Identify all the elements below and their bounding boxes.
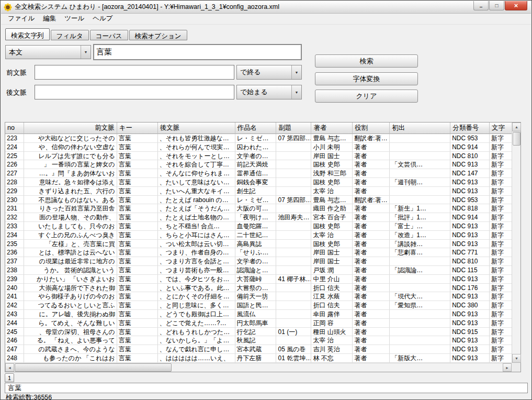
table-row[interactable]: 236とは、標準語とは云へない言葉、つまり、作者自身の…「せりふ…岸田 国士著者… <box>5 248 512 257</box>
table-cell: 宮本 百合子 <box>311 213 353 222</box>
table-cell: 著者 <box>353 301 390 310</box>
table-cell: 新字 <box>490 143 512 152</box>
table-cell: 言葉 <box>117 213 158 222</box>
table-row[interactable]: 243に。アレ嘘、後先揃わぬ御言葉、どうでも殿御は口上…風流仏幸田 露伴著者ND… <box>5 310 512 319</box>
scroll-down-button[interactable]: ▼ <box>512 354 521 363</box>
table-row[interactable]: 231りきった百姓言葉乃至田舎言葉、たとえば「そうだん…大阪の可…織田 作之助著… <box>5 204 512 213</box>
vertical-scroll-thumb[interactable] <box>513 132 520 146</box>
table-row[interactable]: 247の武蔵さまへ、今のような言葉、なんで戯れ言に申し…宮本武蔵05 風の巻吉川… <box>5 345 512 354</box>
table-cell: 著者 <box>353 152 390 161</box>
column-header-5[interactable]: 副題 <box>276 123 311 134</box>
table-cell: NDC 810 <box>450 152 490 161</box>
table-cell <box>276 292 311 301</box>
table-row[interactable]: 242つてゐるおいとしいと言ふ言葉、と同じ意味に、多く…国語と民…折口 信夫著者… <box>5 301 512 310</box>
column-header-10[interactable]: 文字 <box>490 123 512 134</box>
selected-key-field[interactable] <box>5 383 528 393</box>
table-row[interactable]: 230不思議なものはない。ある言葉、たとえば rabouin の…レ・ミゼ…07… <box>5 196 512 205</box>
search-target-combobox[interactable]: 本文 ▼ <box>5 45 91 59</box>
table-row[interactable]: 229きずり込まれた五、六行の言葉、たいへん重大なキイ…創生記太宰 治著者NDC… <box>5 187 512 196</box>
table-row[interactable]: 240大崇高な場所で下された御言葉、といふ事である。此…大嘗祭の…折口 信夫著者… <box>5 284 512 293</box>
tab-search-string[interactable]: 検索文字列 <box>5 28 50 40</box>
table-cell: 言葉 <box>117 319 158 328</box>
table-row[interactable]: 234すぐ上の兄のふんべつ臭き言葉、ちらと小耳にはさん…二十世紀…太宰 治著者「… <box>5 231 512 240</box>
table-cell: NDC 913 <box>450 275 490 284</box>
table-cell: うか。 芸術的認識という <box>24 266 117 275</box>
minimize-button[interactable]: – <box>473 1 489 10</box>
table-cell: 244 <box>5 319 24 328</box>
horizontal-scrollbar[interactable]: ◄ ► <box>5 363 512 372</box>
query-input[interactable] <box>93 44 302 60</box>
prev-context-mode-combobox[interactable]: で終る ▼ <box>236 65 302 80</box>
scroll-up-button[interactable]: ▲ <box>512 123 521 131</box>
table-cell: 折口 信夫 <box>311 301 353 310</box>
title-bar[interactable]: 全文検索システム ひまわり - [aozora_20140401] - Y:¥H… <box>1 1 531 14</box>
table-cell: 言葉 <box>117 345 158 354</box>
table-cell: 、ないかしら。」「よ… <box>158 336 235 345</box>
table-cell: レ・ミゼ… <box>235 196 277 205</box>
column-header-0[interactable]: no <box>5 123 24 134</box>
result-page-tab[interactable]: 1 <box>5 373 14 382</box>
table-cell: 、たとえば rabouin の… <box>158 196 235 205</box>
table-cell: 著者 <box>353 213 390 222</box>
maximize-button[interactable]: □ <box>489 1 504 10</box>
table-row[interactable]: 235「左様」と、売言葉に買言葉、つい松太郎は云い切…高島異誌国枝 史郎著者「講… <box>5 240 512 249</box>
next-context-mode-combobox[interactable]: で始まる ▼ <box>236 85 302 99</box>
prev-context-input[interactable] <box>35 65 234 80</box>
column-header-6[interactable]: 著者 <box>311 123 353 134</box>
column-header-2[interactable]: キー <box>117 123 158 134</box>
table-row[interactable]: 227…。』問『まあ勿体ないお言葉、そんなに仰せられま…霊界通信…浅野 和三郎著… <box>5 169 512 178</box>
glyph-convert-button[interactable]: 字体変換 <box>315 72 418 85</box>
column-header-8[interactable]: 初出 <box>390 123 450 134</box>
scroll-right-button[interactable]: ► <box>503 363 512 372</box>
next-context-input[interactable] <box>35 85 234 99</box>
tab-filter[interactable]: フィルタ <box>51 30 89 40</box>
scroll-left-button[interactable]: ◄ <box>5 363 14 372</box>
table-row[interactable]: 233いたしましても、只今のお言葉、ちと不穏当! 合点…血曼陀羅…国枝 史郎著者… <box>5 222 512 231</box>
table-row[interactable]: 232面の登場人物、その動作、言葉、たとえば土地名物の…「夜明け…池田寿夫…宮本… <box>5 213 512 222</box>
table-row[interactable]: 238うか。 芸術的認識という言葉、つまり芸術も亦一般…認識論と…戸坂 潤著者「… <box>5 266 512 275</box>
table-cell: 著者 <box>353 257 390 266</box>
table-row[interactable]: 237の現業は最近非常に地方の言葉、つまり方言を会話と…文学者の…岸田 国士著者… <box>5 257 512 266</box>
table-row[interactable]: 245、母堂の深切、祖母さんの言葉、どれもうれしかつた…行乞記01 (一)種田 … <box>5 328 512 337</box>
table-row[interactable]: 223や大砲などに交じったその言葉、それも皆勇壮激越な…レ・ミゼ…07 第四部…… <box>5 134 512 143</box>
table-cell: 浅野 和三郎 <box>311 169 353 178</box>
table-cell: 大阪の可… <box>235 204 277 213</box>
table-cell: 囚われた… <box>235 143 277 152</box>
table-row[interactable]: 239かりたい」 「いさぎよいお言葉、では、今夕ヒツをお…大菩薩峠41 椰子林…… <box>5 275 512 284</box>
table-row[interactable]: 244ら。てめえ、そんな難しい言葉、どこで覚えた……?…円太郎馬車正岡 容著者N… <box>5 319 512 328</box>
table-cell: 著者 <box>353 354 390 363</box>
horizontal-scroll-thumb[interactable] <box>15 363 172 372</box>
column-header-9[interactable]: 分類番号 <box>450 123 490 134</box>
vertical-scrollbar[interactable]: ▲ ▼ <box>512 123 520 363</box>
table-cell <box>390 169 450 178</box>
table-cell <box>276 310 311 319</box>
table-row[interactable]: 241やら御様子ありげの今のお言葉、とにかくその仔細を…備前天一坊江見 水蔭著者… <box>5 292 512 301</box>
sunflower-app-icon <box>4 3 12 12</box>
table-row[interactable]: 226」 一番頭の言葉と婢女の言葉、それを綜合して丁寧…前記天満焼国枝 史郎著者… <box>5 160 512 169</box>
table-row[interactable]: 248も参ったのか 「これはお言葉、ははははは……いえ、丹下左膳01 乾雲坤…林… <box>5 354 512 363</box>
table-cell: 01 乾雲坤… <box>276 354 311 363</box>
column-header-3[interactable]: 後文脈 <box>158 123 235 134</box>
table-row[interactable]: 246る。 「ねえ、よい悪事って言葉、ないかしら。」「よ…秋風記太宰 治著者ND… <box>5 336 512 345</box>
table-cell: NDC 913 <box>450 354 490 363</box>
close-button[interactable]: × <box>505 1 527 10</box>
table-cell <box>276 160 311 169</box>
table-cell: 「週刊朝… <box>390 178 450 187</box>
table-row[interactable]: 225レルプは先ず誰にでも分る言葉、それをモットーとし…文学者の…岸田 国士著者… <box>5 152 512 161</box>
column-header-4[interactable]: 作品名 <box>235 123 277 134</box>
next-context-label: 後文脈 <box>6 88 27 97</box>
column-header-7[interactable]: 役割 <box>353 123 390 134</box>
tab-search-options[interactable]: 検索オプション <box>129 30 187 40</box>
search-button[interactable]: 検索 <box>315 54 418 68</box>
menu-edit[interactable]: 編集 <box>39 13 60 25</box>
clear-button[interactable]: クリア <box>315 90 418 103</box>
menu-file[interactable]: ファイル <box>4 13 39 25</box>
tab-corpus[interactable]: コーパス <box>90 30 128 40</box>
menu-tools[interactable]: ツール <box>60 13 88 25</box>
table-row[interactable]: 224や、信仰の伴わない空虚な言葉、それらが何んで現実…囚われた…小川 未明著者… <box>5 143 512 152</box>
column-header-1[interactable]: 前文脈 <box>24 123 117 134</box>
menu-help[interactable]: ヘルプ <box>88 13 117 25</box>
table-cell <box>276 187 311 196</box>
table-cell: 著者 <box>353 275 390 284</box>
table-row[interactable]: 228意味だ。急々如律令は添え言葉、たいして意味はない…銅銭会事変国枝 史郎著者… <box>5 178 512 187</box>
